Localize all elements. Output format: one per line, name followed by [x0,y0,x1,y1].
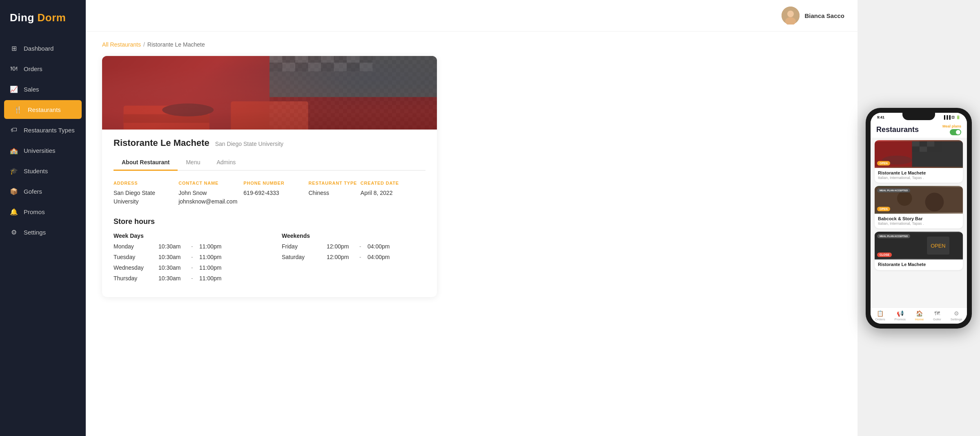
sales-icon: 📈 [10,85,18,93]
day-friday: Friday [282,243,327,250]
orders-icon: 🍽 [10,65,18,73]
sidebar: Ding Dorm ⊞ Dashboard 🍽 Orders 📈 Sales 🍴… [0,0,86,436]
phone-meal-plans-label: Meal plans [942,124,961,128]
svg-rect-21 [360,63,373,71]
store-hours-title: Store hours [114,217,425,226]
svg-rect-16 [295,63,308,71]
phone-rest-name-3: Ristorante Le Machete [878,262,960,267]
open-thursday: 10:30am [158,275,191,282]
open-friday: 12:00pm [327,243,359,250]
top-bar: Bianca Sacco [86,0,858,31]
app-logo: Ding Dorm [0,0,86,36]
sidebar-item-label: Promos [24,208,45,215]
phone-nav-gofer[interactable]: 🗺 Gofer [933,310,941,321]
sidebar-item-settings[interactable]: ⚙ Settings [0,223,86,241]
svg-rect-31 [934,141,942,146]
phone-rest-info-3: Ristorante Le Machete [875,259,963,270]
sidebar-item-restaurants-types[interactable]: 🏷 Restaurants Types [0,121,86,139]
phone-nav-promos[interactable]: 📢 Promos [895,310,906,321]
phone-rest-info-2: Babcock & Story Bar Italian, Internation… [875,214,963,228]
address-label: ADDRESS [114,181,178,186]
phone-time: 9:41 [877,115,884,119]
hours-row-tuesday: Tuesday 10:30am - 11:00pm [114,254,257,260]
promos-icon: 🔔 [10,208,18,216]
hours-weekdays: Week Days Monday 10:30am - 11:00pm Tuesd… [114,233,257,286]
phone-rest-image-3: OPEN CLOSE Meal plan accepted [875,232,963,259]
restaurant-title-row: Ristorante Le Machete San Diego State Un… [114,138,425,148]
restaurants-types-icon: 🏷 [10,126,18,134]
svg-rect-19 [334,63,347,71]
sidebar-item-label: Settings [24,229,46,236]
svg-rect-13 [360,56,373,63]
phone-value: 619-692-4333 [243,189,308,197]
svg-rect-18 [321,63,334,71]
sidebar-item-students[interactable]: 🎓 Students [0,161,86,180]
tab-menu[interactable]: Menu [178,155,208,171]
info-type: RESTAURANT TYPE Chiness [309,181,361,206]
svg-rect-8 [295,56,308,63]
phone-restaurant-item-2[interactable]: OPEN Meal plan accepted Babcock & Story … [875,186,963,228]
svg-point-37 [897,191,912,206]
phone-rest-tags-2: Italian, International, Tapas . [878,221,960,226]
phone-nav-gofer-label: Gofer [933,317,941,321]
svg-rect-9 [308,56,321,63]
phone-nav-orders[interactable]: 📋 Orders [875,310,885,321]
breadcrumb-separator: / [143,41,145,48]
phone-restaurant-item-3[interactable]: OPEN CLOSE Meal plan accepted Ristorante… [875,232,963,270]
sidebar-item-restaurants[interactable]: 🍴 Restaurants [4,100,82,119]
phone-nav-settings[interactable]: ⚙ Settings [951,310,962,321]
day-monday: Monday [114,243,158,250]
svg-rect-10 [321,56,334,63]
phone-restaurant-item-1[interactable]: OPEN Ristorante Le Machete Italian, Inte… [875,140,963,183]
sidebar-item-gofers[interactable]: 📦 Gofers [0,182,86,201]
restaurant-university: San Diego State University [215,141,283,147]
hours-weekends: Weekends Friday 12:00pm - 04:00pm Saturd… [282,233,425,286]
phone-label: PHONE NUMBER [243,181,308,186]
sidebar-item-label: Sales [24,86,39,93]
day-wednesday: Wednesday [114,264,158,271]
sidebar-item-orders[interactable]: 🍽 Orders [0,59,86,78]
day-tuesday: Tuesday [114,254,158,260]
phone-badge-meal-3: Meal plan accepted [877,234,910,238]
phone-nav-home-label: Home [915,317,924,321]
tabs: About Restaurant Menu Admins [114,155,425,171]
breadcrumb-all-restaurants[interactable]: All Restaurants [102,41,141,48]
phone-rest-name-1: Ristorante Le Machete [878,170,960,175]
svg-rect-20 [347,63,360,71]
info-address: ADDRESS San Diego State University [114,181,178,206]
svg-rect-6 [270,56,283,63]
sidebar-item-universities[interactable]: 🏫 Universities [0,141,86,160]
svg-rect-29 [920,141,927,146]
sidebar-item-promos[interactable]: 🔔 Promos [0,202,86,221]
phone-nav-settings-label: Settings [951,317,962,321]
created-value: April 8, 2022 [361,189,425,197]
info-created: CREATED DATE April 8, 2022 [361,181,425,206]
avatar [782,7,800,25]
sidebar-item-dashboard[interactable]: ⊞ Dashboard [0,39,86,58]
phone-frame: 9:41 ▐▐▐ ⊡ 🔋 Restaurants Meal plans [866,108,972,329]
phone-nav-orders-icon: 📋 [877,310,884,317]
phone-header-title: Restaurants [876,125,919,134]
tab-about-restaurant[interactable]: About Restaurant [114,155,178,171]
address-value: San Diego State University [114,189,178,206]
phone-badge-open-2: OPEN [877,207,890,211]
hours-grid: Week Days Monday 10:30am - 11:00pm Tuesd… [114,233,425,286]
phone-meal-plans-toggle[interactable] [950,129,961,135]
hours-row-thursday: Thursday 10:30am - 11:00pm [114,275,257,282]
main-content: Bianca Sacco All Restaurants / Ristorant… [86,0,858,436]
hours-row-saturday: Saturday 12:00pm - 04:00pm [282,254,425,260]
sidebar-item-sales[interactable]: 📈 Sales [0,80,86,98]
phone-badge-close-3: CLOSE [877,253,892,257]
close-wednesday: 11:00pm [199,264,232,271]
universities-icon: 🏫 [10,146,18,154]
breadcrumb: All Restaurants / Ristorante Le Machete [102,41,841,48]
tab-admins[interactable]: Admins [208,155,244,171]
phone-restaurant-list: OPEN Ristorante Le Machete Italian, Inte… [871,138,967,307]
phone-rest-info-1: Ristorante Le Machete Italian, Internati… [875,168,963,183]
sidebar-item-label: Gofers [24,188,42,195]
svg-rect-28 [912,141,920,146]
phone-screen: 9:41 ▐▐▐ ⊡ 🔋 Restaurants Meal plans [871,113,967,324]
phone-nav-home[interactable]: 🏠 Home [915,310,924,321]
phone-rest-name-2: Babcock & Story Bar [878,216,960,221]
svg-point-38 [925,192,944,211]
